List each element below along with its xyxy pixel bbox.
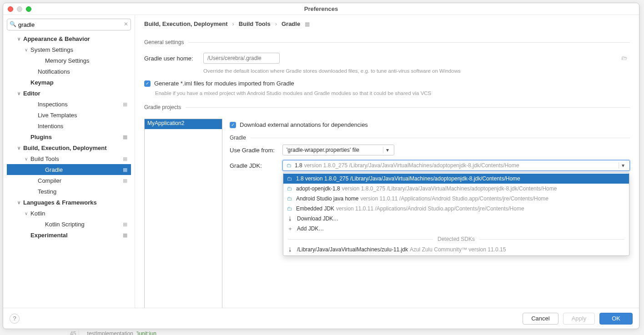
- jdk-detail: version 1.8.0_275 /Library/Java/JavaVirt…: [304, 162, 519, 169]
- tree-item-build-execution-deployment[interactable]: ∨Build, Execution, Deployment: [7, 142, 131, 153]
- tree-item-editor[interactable]: ∨Editor: [7, 88, 131, 99]
- gear-icon: ▦: [123, 178, 127, 184]
- download-annotations-label[interactable]: Download external annotations for depend…: [240, 121, 368, 128]
- tree-item-label: Inspections: [38, 101, 68, 108]
- gradle-home-hint: Override the default location where Grad…: [203, 68, 630, 74]
- download-icon: ⭳: [287, 215, 293, 222]
- browse-folder-icon[interactable]: 🗁: [621, 55, 627, 61]
- gear-icon: ▦: [123, 101, 127, 107]
- tree-item-keymap[interactable]: Keymap: [7, 77, 131, 88]
- tree-item-kotlin[interactable]: ∨Kotlin: [7, 208, 131, 219]
- jdk-option[interactable]: 🗀Android Studio java homeversion 11.0.11…: [283, 194, 629, 204]
- tree-item-system-settings[interactable]: ∨System Settings: [7, 44, 131, 55]
- project-item[interactable]: MyApplication2: [145, 119, 222, 129]
- folder-icon: 🗀: [287, 185, 292, 192]
- jdk-option[interactable]: ＋Add JDK…: [283, 224, 629, 234]
- breadcrumb-item[interactable]: Build Tools: [239, 20, 271, 27]
- jdk-dropdown: 🗀1.8 version 1.8.0_275 /Library/Java/Jav…: [283, 172, 629, 256]
- option-label: adopt-openjdk-1.8: [296, 185, 340, 192]
- download-annotations-checkbox[interactable]: ✓: [230, 122, 236, 128]
- add-icon: ＋: [287, 225, 293, 233]
- chevron-icon: ∨: [15, 145, 22, 150]
- use-gradle-from-value: 'gradle-wrapper.properties' file: [287, 147, 359, 153]
- close-icon[interactable]: [8, 6, 13, 12]
- jdk-option[interactable]: 🗀1.8 version 1.8.0_275 /Library/Java/Jav…: [283, 174, 629, 184]
- option-detail: Azul Zulu Community™ version 11.0.15: [410, 246, 506, 253]
- tree-item-kotlin-scripting[interactable]: Kotlin Scripting▦: [7, 219, 131, 230]
- zoom-icon[interactable]: [26, 6, 31, 12]
- titlebar: Preferences: [3, 3, 639, 15]
- gradle-home-row: Gradle user home: 🗁: [144, 53, 630, 64]
- option-label: Add JDK…: [297, 225, 324, 232]
- tree-item-label: Plugins: [30, 134, 52, 140]
- tree-item-intentions[interactable]: Intentions: [7, 120, 131, 131]
- tree-item-build-tools[interactable]: ∨Build Tools▦: [7, 153, 131, 164]
- option-label: Download JDK…: [297, 215, 338, 222]
- chevron-icon: ∨: [15, 200, 22, 205]
- tree-item-label: Keymap: [30, 79, 54, 86]
- gradle-jdk-row: Gradle JDK: 🗀 1.8 version 1.8.0_275 /Lib…: [230, 160, 630, 171]
- search-input[interactable]: [7, 19, 131, 30]
- breadcrumb-item[interactable]: Build, Execution, Deployment: [144, 20, 227, 27]
- apply-button: Apply: [563, 313, 595, 325]
- tree-item-compiler[interactable]: Compiler▦: [7, 175, 131, 186]
- use-gradle-from-label: Use Gradle from:: [230, 147, 282, 154]
- option-detail: version 11.0.11 /Applications/Android St…: [360, 195, 548, 202]
- gear-icon: ▦: [123, 156, 127, 162]
- tree-item-inspections[interactable]: Inspections▦: [7, 99, 131, 110]
- gradle-home-input[interactable]: [203, 53, 280, 64]
- cancel-button[interactable]: Cancel: [523, 313, 558, 325]
- tree-item-plugins[interactable]: Plugins▦: [7, 131, 131, 142]
- generate-iml-hint: Enable if you have a mixed project with …: [155, 90, 630, 96]
- project-list: MyApplication2: [144, 119, 222, 308]
- chevron-icon: ∨: [22, 211, 30, 216]
- tree-item-label: Testing: [38, 188, 56, 195]
- gradle-jdk-label: Gradle JDK:: [230, 162, 282, 169]
- projects-area: MyApplication2 ✓ Download external annot…: [144, 119, 630, 308]
- tree-item-label: Compiler: [38, 177, 61, 184]
- tree-item-appearance-behavior[interactable]: ∨Appearance & Behavior: [7, 33, 131, 44]
- generate-iml-checkbox[interactable]: ✓: [144, 80, 151, 87]
- help-button[interactable]: ?: [10, 314, 20, 324]
- generate-iml-label[interactable]: Generate *.iml files for modules importe…: [154, 80, 294, 87]
- tree-item-label: Live Templates: [38, 112, 77, 119]
- gradle-jdk-combo[interactable]: 🗀 1.8 version 1.8.0_275 /Library/Java/Ja…: [282, 160, 630, 171]
- tree-item-label: Build, Execution, Deployment: [23, 145, 106, 151]
- jdk-value: 1.8: [295, 162, 302, 169]
- use-gradle-from-combo[interactable]: 'gradle-wrapper.properties' file ▾: [282, 145, 394, 155]
- gear-icon: ▦: [123, 221, 127, 227]
- tree-item-label: Gradle: [45, 166, 63, 173]
- jdk-option-detected[interactable]: ⭳/Library/Java/JavaVirtualMachines/zulu-…: [283, 245, 629, 255]
- ok-button[interactable]: OK: [599, 313, 633, 325]
- chevron-right-icon: ›: [275, 20, 277, 27]
- jdk-option[interactable]: 🗀adopt-openjdk-1.8version 1.8.0_275 /Lib…: [283, 184, 629, 194]
- search-wrap: 🔍 ✕: [7, 19, 131, 30]
- tree-item-testing[interactable]: Testing: [7, 186, 131, 197]
- tree-item-gradle[interactable]: Gradle▦: [7, 164, 131, 175]
- tree-item-experimental[interactable]: Experimental▦: [7, 230, 131, 240]
- gear-icon: ▦: [123, 134, 127, 140]
- chevron-icon: ∨: [15, 36, 22, 41]
- tree-item-label: Memory Settings: [45, 57, 90, 64]
- tree-item-languages-frameworks[interactable]: ∨Languages & Frameworks: [7, 197, 131, 208]
- clear-search-icon[interactable]: ✕: [124, 21, 128, 27]
- main-panel: Build, Execution, Deployment › Build Too…: [135, 15, 639, 308]
- tree-item-label: System Settings: [30, 46, 73, 53]
- download-annotations-row: ✓ Download external annotations for depe…: [230, 121, 630, 128]
- breadcrumb-item: Gradle: [282, 20, 300, 27]
- settings-tree: ∨Appearance & Behavior∨System SettingsMe…: [7, 33, 131, 304]
- jdk-option[interactable]: ⭳Download JDK…: [283, 214, 629, 224]
- tree-item-live-templates[interactable]: Live Templates: [7, 110, 131, 120]
- option-label: Embedded JDK: [296, 205, 334, 212]
- jdk-option[interactable]: 🗀Embedded JDKversion 11.0.11 /Applicatio…: [283, 204, 629, 214]
- chevron-icon: ∨: [15, 91, 22, 96]
- folder-icon: 🗀: [287, 162, 292, 169]
- generate-iml-row: ✓ Generate *.iml files for modules impor…: [144, 80, 630, 87]
- minimize-icon: [17, 6, 22, 12]
- tree-item-label: Notifications: [38, 68, 70, 75]
- tree-item-notifications[interactable]: Notifications: [7, 66, 131, 77]
- window-title: Preferences: [3, 5, 639, 12]
- gear-icon: ▦: [305, 21, 310, 27]
- tree-item-memory-settings[interactable]: Memory Settings: [7, 55, 131, 66]
- option-detail: version 11.0.11 /Applications/Android St…: [336, 205, 524, 212]
